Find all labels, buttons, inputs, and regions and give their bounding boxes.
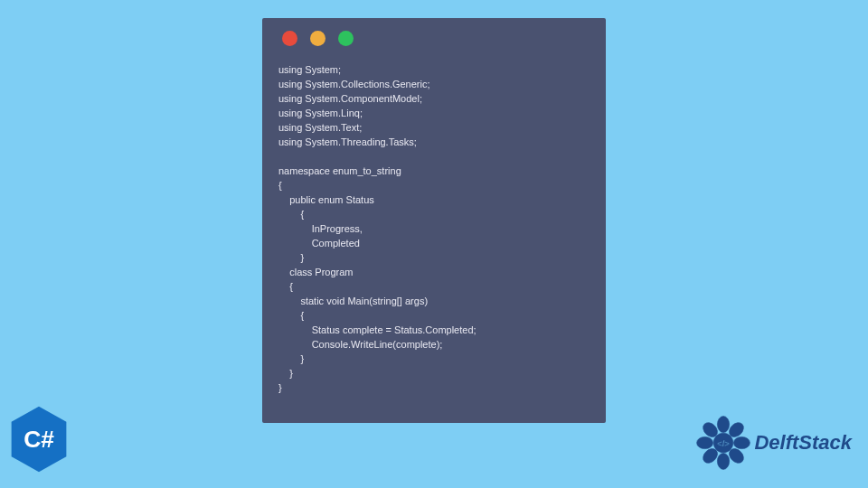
delftstack-flower-icon: </> <box>696 416 750 470</box>
brand-name: DelftStack <box>754 431 852 455</box>
brand-logo: </> DelftStack <box>696 416 852 470</box>
svg-text:</>: </> <box>717 438 730 448</box>
close-icon <box>282 31 297 46</box>
minimize-icon <box>310 31 326 46</box>
svg-point-4 <box>734 436 750 448</box>
svg-point-6 <box>718 453 730 469</box>
csharp-badge-icon: C# <box>9 405 69 474</box>
svg-text:C#: C# <box>24 426 54 453</box>
svg-point-8 <box>697 436 713 448</box>
svg-point-2 <box>718 417 730 433</box>
window-traffic-lights <box>282 31 590 46</box>
code-window: using System; using System.Collections.G… <box>262 18 606 423</box>
maximize-icon <box>338 31 354 46</box>
code-content: using System; using System.Collections.G… <box>278 62 590 395</box>
